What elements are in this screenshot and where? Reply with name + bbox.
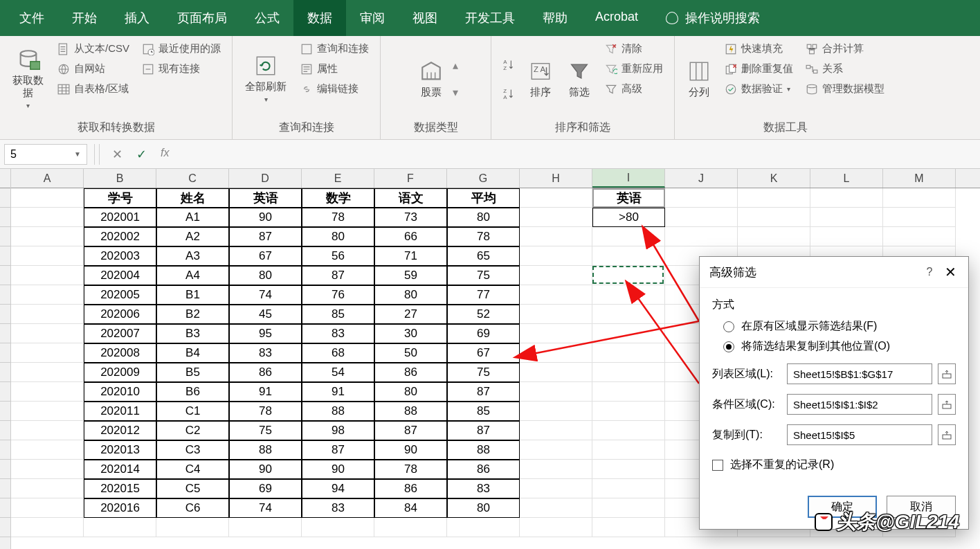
confirm-entry-icon[interactable]: ✓ — [136, 147, 147, 162]
ribbon-tab-数据[interactable]: 数据 — [293, 0, 346, 36]
row-header[interactable] — [0, 324, 10, 343]
cell-D14[interactable]: 88 — [229, 440, 302, 460]
cell-C15[interactable]: C4 — [156, 460, 229, 479]
cell-E5[interactable]: 87 — [302, 266, 374, 285]
cell-I15[interactable] — [592, 460, 665, 479]
cell-G18[interactable] — [447, 518, 520, 537]
remove-duplicates-button[interactable]: 删除重复值 — [720, 60, 797, 78]
ribbon-tab-审阅[interactable]: 审阅 — [346, 0, 399, 36]
cell-H7[interactable] — [520, 305, 592, 324]
cell-A18[interactable] — [11, 518, 84, 537]
cell-F14[interactable]: 90 — [374, 440, 447, 460]
cell-A10[interactable] — [11, 363, 84, 382]
cell-I8[interactable] — [592, 324, 665, 343]
column-header-B[interactable]: B — [84, 169, 156, 188]
cell-G12[interactable]: 85 — [447, 402, 520, 421]
stocks-button[interactable]: 股票 — [414, 57, 448, 101]
cell-I3[interactable] — [592, 227, 665, 246]
cell-C18[interactable] — [156, 518, 229, 537]
cell-M2[interactable] — [883, 208, 956, 227]
row-header[interactable] — [0, 402, 10, 421]
cell-F15[interactable]: 78 — [374, 460, 447, 479]
cell-I16[interactable] — [592, 479, 665, 498]
cell-H16[interactable] — [520, 479, 592, 498]
cell-B17[interactable]: 202016 — [84, 498, 156, 518]
sort-desc-button[interactable]: ZA — [498, 85, 519, 102]
cell-G9[interactable]: 67 — [447, 343, 520, 363]
cell-F3[interactable]: 66 — [374, 227, 447, 246]
cell-I6[interactable] — [592, 285, 665, 305]
cell-C2[interactable]: A1 — [156, 208, 229, 227]
cell-B16[interactable]: 202015 — [84, 479, 156, 498]
cell-A17[interactable] — [11, 498, 84, 518]
row-header[interactable] — [0, 498, 10, 518]
properties-button[interactable]: 属性 — [296, 60, 373, 78]
cell-A11[interactable] — [11, 382, 84, 402]
cell-C13[interactable]: C2 — [156, 421, 229, 440]
cell-I5[interactable] — [592, 266, 665, 285]
cell-I2[interactable]: >80 — [592, 208, 665, 227]
dialog-titlebar[interactable]: 高级筛选 ? ✕ — [700, 257, 968, 288]
cell-H9[interactable] — [520, 343, 592, 363]
unique-records-checkbox[interactable]: 选择不重复的记录(R) — [712, 458, 956, 472]
cell-C16[interactable]: C5 — [156, 479, 229, 498]
row-header[interactable] — [0, 266, 10, 285]
cell-A9[interactable] — [11, 343, 84, 363]
cell-B3[interactable]: 202002 — [84, 227, 156, 246]
cell-B1[interactable]: 学号 — [84, 188, 156, 208]
cell-B2[interactable]: 202001 — [84, 208, 156, 227]
cell-K3[interactable] — [738, 227, 810, 246]
cell-H8[interactable] — [520, 324, 592, 343]
cell-E8[interactable]: 83 — [302, 324, 374, 343]
cell-C6[interactable]: B1 — [156, 285, 229, 305]
cell-F7[interactable]: 27 — [374, 305, 447, 324]
sort-button[interactable]: Z A 排序 — [523, 40, 558, 118]
range-picker-button[interactable] — [938, 424, 956, 445]
cell-L3[interactable] — [810, 227, 883, 246]
cell-G11[interactable]: 87 — [447, 382, 520, 402]
cell-I13[interactable] — [592, 421, 665, 440]
column-header-E[interactable]: E — [302, 169, 374, 188]
row-header[interactable] — [0, 440, 10, 460]
column-header-A[interactable]: A — [11, 169, 84, 188]
cell-G15[interactable]: 86 — [447, 460, 520, 479]
cell-I1[interactable]: 英语 — [592, 188, 665, 208]
radio-filter-in-place[interactable]: 在原有区域显示筛选结果(F) — [723, 319, 956, 334]
range-picker-button[interactable] — [938, 394, 956, 415]
cell-D3[interactable]: 87 — [229, 227, 302, 246]
cell-H14[interactable] — [520, 440, 592, 460]
ribbon-tab-Acrobat[interactable]: Acrobat — [581, 0, 652, 36]
cell-H3[interactable] — [520, 227, 592, 246]
recent-sources-button[interactable]: 最近使用的源 — [138, 40, 225, 57]
cell-E17[interactable]: 83 — [302, 498, 374, 518]
cell-H6[interactable] — [520, 285, 592, 305]
ribbon-tab-视图[interactable]: 视图 — [399, 0, 451, 36]
cell-D1[interactable]: 英语 — [229, 188, 302, 208]
ribbon-tab-开发工具[interactable]: 开发工具 — [451, 0, 529, 36]
range-picker-button[interactable] — [938, 363, 956, 384]
cell-H1[interactable] — [520, 188, 592, 208]
cell-E2[interactable]: 78 — [302, 208, 374, 227]
existing-connections-button[interactable]: 现有连接 — [138, 60, 225, 78]
column-header-G[interactable]: G — [447, 169, 520, 188]
cell-D9[interactable]: 83 — [229, 343, 302, 363]
cell-H2[interactable] — [520, 208, 592, 227]
cell-E14[interactable]: 87 — [302, 440, 374, 460]
cell-A14[interactable] — [11, 440, 84, 460]
cell-A8[interactable] — [11, 324, 84, 343]
cell-G2[interactable]: 80 — [447, 208, 520, 227]
cell-C8[interactable]: B3 — [156, 324, 229, 343]
row-header[interactable] — [0, 479, 10, 498]
from-text-csv-button[interactable]: 从文本/CSV — [53, 40, 134, 57]
row-header[interactable] — [0, 363, 10, 382]
cell-F9[interactable]: 50 — [374, 343, 447, 363]
cell-I4[interactable] — [592, 246, 665, 266]
cell-K2[interactable] — [738, 208, 810, 227]
cell-H15[interactable] — [520, 460, 592, 479]
cell-L2[interactable] — [810, 208, 883, 227]
row-header[interactable] — [0, 305, 10, 324]
cell-H13[interactable] — [520, 421, 592, 440]
cell-J1[interactable] — [665, 188, 738, 208]
cell-G8[interactable]: 69 — [447, 324, 520, 343]
cell-B14[interactable]: 202013 — [84, 440, 156, 460]
